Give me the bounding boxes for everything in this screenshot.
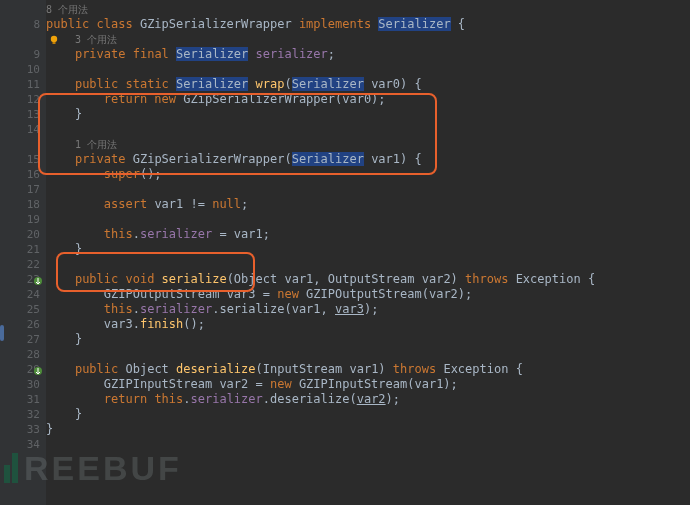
scroll-mark	[0, 325, 4, 341]
code-line[interactable]: public Object deserialize(InputStream va…	[46, 362, 690, 377]
line-number	[0, 2, 46, 17]
line-number: 22	[0, 257, 46, 272]
line-number: 31	[0, 392, 46, 407]
line-number	[0, 32, 46, 47]
code-line[interactable]: }	[46, 107, 690, 122]
code-line[interactable]: return this.serializer.deserialize(var2)…	[46, 392, 690, 407]
line-number: 13	[0, 107, 46, 122]
line-number: 9	[0, 47, 46, 62]
code-line[interactable]: private GZipSerializerWrapper(Serializer…	[46, 152, 690, 167]
override-marker-icon[interactable]	[33, 366, 43, 376]
line-number: 28	[0, 347, 46, 362]
code-line[interactable]: private final Serializer serializer;	[46, 47, 690, 62]
watermark-text: REEBUF	[24, 449, 182, 487]
line-number: 34	[0, 437, 46, 452]
usages-hint[interactable]: 1 个用法	[75, 139, 117, 150]
line-number: 30	[0, 377, 46, 392]
code-line[interactable]: }	[46, 242, 690, 257]
code-line[interactable]: GZIPInputStream var2 = new GZIPInputStre…	[46, 377, 690, 392]
code-line[interactable]: this.serializer = var1;	[46, 227, 690, 242]
line-number-gutter: 8 9 10 11 12 13 14 15 16 17 18 19 20 21 …	[0, 0, 46, 505]
code-line[interactable]: return new GZipSerializerWrapper(var0);	[46, 92, 690, 107]
usages-hint[interactable]: 3 个用法	[75, 34, 117, 45]
code-line[interactable]: }	[46, 407, 690, 422]
line-number: 12	[0, 92, 46, 107]
line-number: 32	[0, 407, 46, 422]
code-line[interactable]: public class GZipSerializerWrapper imple…	[46, 17, 690, 32]
line-number: 15	[0, 152, 46, 167]
code-line[interactable]: }	[46, 422, 690, 437]
line-number: 8	[0, 17, 46, 32]
line-number: 19	[0, 212, 46, 227]
code-editor[interactable]: 8 9 10 11 12 13 14 15 16 17 18 19 20 21 …	[0, 0, 690, 505]
line-number: 21	[0, 242, 46, 257]
override-marker-icon[interactable]	[33, 276, 43, 286]
code-line[interactable]: GZIPOutputStream var3 = new GZIPOutputSt…	[46, 287, 690, 302]
line-number: 10	[0, 62, 46, 77]
line-number: 11	[0, 77, 46, 92]
line-number: 16	[0, 167, 46, 182]
line-number: 33	[0, 422, 46, 437]
line-number: 14	[0, 122, 46, 137]
line-number: 25	[0, 302, 46, 317]
line-number: 18	[0, 197, 46, 212]
line-number: 24	[0, 287, 46, 302]
line-number: 26	[0, 317, 46, 332]
line-number: 17	[0, 182, 46, 197]
code-line[interactable]: assert var1 != null;	[46, 197, 690, 212]
code-line[interactable]: var3.finish();	[46, 317, 690, 332]
code-area[interactable]: 8 个用法 public class GZipSerializerWrapper…	[46, 0, 690, 452]
code-line[interactable]: this.serializer.serialize(var1, var3);	[46, 302, 690, 317]
line-number: 27	[0, 332, 46, 347]
code-line[interactable]: super();	[46, 167, 690, 182]
code-line[interactable]: }	[46, 332, 690, 347]
usages-hint[interactable]: 8 个用法	[46, 4, 88, 15]
line-number	[0, 137, 46, 152]
line-number: 20	[0, 227, 46, 242]
code-line[interactable]: public static Serializer wrap(Serializer…	[46, 77, 690, 92]
code-line[interactable]: public void serialize(Object var1, Outpu…	[46, 272, 690, 287]
